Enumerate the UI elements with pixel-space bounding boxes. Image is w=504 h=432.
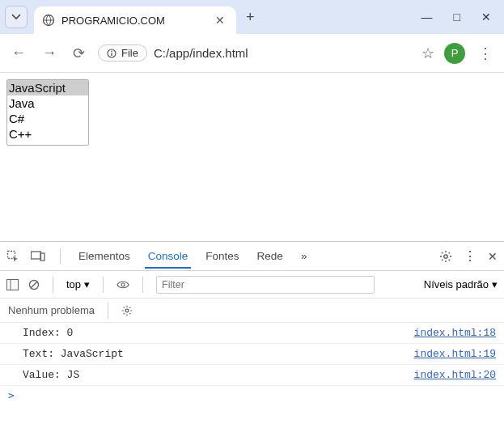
browser-menu-button[interactable]: ⋮ — [475, 41, 496, 66]
console-settings-button[interactable] — [121, 305, 133, 316]
console-sidebar-toggle[interactable] — [6, 279, 19, 290]
profile-avatar-button[interactable]: P — [444, 43, 465, 64]
window-close-button[interactable]: ✕ — [481, 11, 491, 23]
svg-line-11 — [31, 282, 37, 288]
browser-tab[interactable]: PROGRAMICIO.COM ✕ — [34, 6, 236, 34]
levels-label: Níveis padrão — [424, 278, 489, 290]
eye-icon — [116, 280, 129, 290]
console-context-selector[interactable]: top ▾ — [66, 278, 90, 290]
svg-point-7 — [444, 254, 447, 257]
caret-down-icon: ▾ — [492, 278, 498, 290]
svg-point-3 — [111, 50, 112, 52]
tab-network[interactable]: Rede — [254, 244, 286, 269]
page-content: JavaScriptJavaC#C++ — [0, 73, 504, 241]
console-filter-input[interactable] — [156, 276, 375, 294]
window-minimize-button[interactable]: — — [421, 11, 433, 23]
log-source-link[interactable]: index.html:20 — [414, 369, 496, 381]
tab-sources[interactable]: Fontes — [202, 244, 242, 269]
console-log-row: Index: 0index.html:18 — [0, 323, 504, 344]
tab-elements[interactable]: Elementos — [75, 244, 133, 269]
chevron-down-icon — [11, 12, 21, 22]
window-controls: — □ ✕ — [421, 11, 499, 23]
issues-bar: Nenhum problema — [0, 299, 504, 323]
info-icon — [107, 49, 116, 58]
svg-rect-8 — [7, 279, 19, 290]
devtools-settings-button[interactable] — [439, 250, 452, 263]
context-label: top — [66, 278, 81, 290]
select-option[interactable]: JavaScript — [7, 80, 88, 95]
svg-point-13 — [125, 309, 129, 312]
svg-point-12 — [121, 283, 125, 286]
globe-icon — [42, 14, 55, 27]
log-levels-selector[interactable]: Níveis padrão ▾ — [424, 278, 498, 290]
url-text: C:/app/index.html — [154, 46, 248, 60]
new-tab-button[interactable]: + — [236, 9, 265, 26]
bookmark-star-button[interactable]: ☆ — [421, 44, 434, 62]
window-maximize-button[interactable]: □ — [454, 11, 460, 23]
console-output[interactable]: Index: 0index.html:18Text: JavaScriptind… — [0, 323, 504, 432]
console-log-row: Text: JavaScriptindex.html:19 — [0, 344, 504, 365]
device-toggle-icon[interactable] — [31, 251, 45, 262]
select-option[interactable]: C# — [7, 111, 88, 126]
divider — [103, 277, 104, 293]
devtools-menu-button[interactable]: ⋮ — [464, 248, 476, 264]
divider — [142, 277, 143, 293]
tabs-dropdown-button[interactable] — [5, 6, 28, 28]
back-button[interactable]: ← — [8, 41, 29, 65]
reload-button[interactable]: ⟳ — [70, 41, 88, 66]
svg-rect-5 — [32, 252, 41, 259]
select-option[interactable]: Java — [7, 95, 88, 111]
file-origin-chip[interactable]: File — [98, 44, 147, 61]
clear-icon — [28, 279, 40, 290]
console-log-row: Value: JSindex.html:20 — [0, 365, 504, 386]
console-clear-button[interactable] — [28, 279, 40, 290]
console-toolbar: top ▾ Níveis padrão ▾ — [0, 271, 504, 299]
log-message: Text: JavaScript — [23, 348, 124, 360]
select-option[interactable]: C++ — [7, 126, 88, 142]
devtools-tabbar: Elementos Console Fontes Rede » ⋮ ✕ — [0, 242, 504, 271]
gear-icon — [121, 305, 133, 316]
tabs-overflow-button[interactable]: » — [298, 244, 311, 269]
gear-icon — [439, 250, 452, 263]
log-message: Index: 0 — [23, 327, 73, 339]
console-prompt[interactable]: > — [0, 386, 504, 404]
caret-down-icon: ▾ — [84, 278, 90, 290]
tab-title: PROGRAMICIO.COM — [61, 15, 205, 27]
tab-close-button[interactable]: ✕ — [212, 14, 228, 27]
tab-console[interactable]: Console — [145, 244, 192, 269]
issues-text: Nenhum problema — [8, 304, 95, 316]
browser-titlebar: PROGRAMICIO.COM ✕ + — □ ✕ — [0, 0, 504, 34]
live-expression-button[interactable] — [116, 280, 129, 290]
devtools-close-button[interactable]: ✕ — [488, 250, 498, 263]
log-source-link[interactable]: index.html:19 — [414, 348, 496, 360]
forward-button[interactable]: → — [39, 41, 60, 65]
inspect-icon[interactable] — [6, 250, 19, 263]
log-message: Value: JS — [23, 369, 79, 381]
devtools-panel: Elementos Console Fontes Rede » ⋮ ✕ top … — [0, 241, 504, 432]
language-select[interactable]: JavaScriptJavaC#C++ — [6, 79, 89, 146]
file-chip-label: File — [121, 47, 138, 59]
log-source-link[interactable]: index.html:18 — [414, 327, 496, 339]
divider — [53, 277, 53, 293]
divider — [108, 303, 108, 319]
address-bar[interactable]: File C:/app/index.html — [98, 44, 412, 61]
divider — [60, 248, 61, 265]
browser-toolbar: ← → ⟳ File C:/app/index.html ☆ P ⋮ — [0, 34, 504, 73]
